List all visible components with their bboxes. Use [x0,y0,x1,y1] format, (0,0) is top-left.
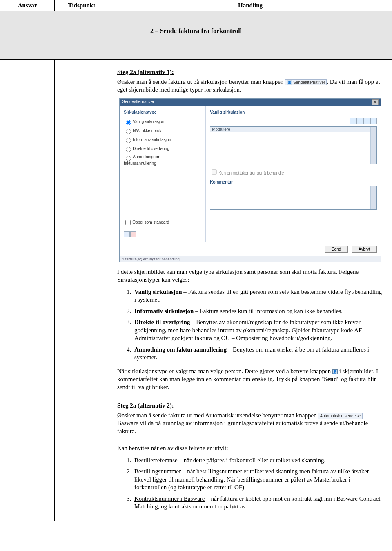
sendealternativer-dialog: Sendealternativer ✕ Sirkulasjonstype Van… [119,98,381,262]
radio-direkte[interactable]: Direkte til overføring [124,146,201,152]
list-item: Direkte til overføring – Benyttes av øko… [133,318,384,343]
close-icon[interactable]: ✕ [372,99,379,105]
delete-icon[interactable] [130,231,136,237]
radio-anmodning[interactable]: Anmodning omfakturaannullering [124,155,201,166]
tool-icon[interactable] [370,118,377,124]
list-item: Informativ sirkulasjon – Faktura sendes … [133,307,384,316]
sirkulasjon-intro: I dette skjermbildet kan man velge type … [117,268,384,284]
col-header-ansvar: Ansvar [0,0,55,11]
col-header-handling: Handling [109,0,392,11]
step-2a2-para1: Ønsker man å sende faktura ut med Automa… [117,412,384,436]
tool-icon[interactable] [363,118,370,124]
step-2a1-para1: Ønsker man å sende faktura ut på sirkula… [117,78,384,94]
col-header-tidspunkt: Tidspunkt [55,0,109,11]
scrollbar[interactable] [370,186,376,209]
tool-icon[interactable] [356,118,363,124]
send-button[interactable]: Send [325,246,348,253]
kommentar-textarea[interactable] [210,186,377,210]
felter-list: Bestillerreferanse – når dette påføres i… [117,457,384,511]
list-item: Bestillerreferanse – når dette påføres i… [133,457,384,465]
step-2a2-heading: Steg 2a (alternativ 2): [117,402,384,410]
avbryt-button[interactable]: Avbryt [352,246,377,253]
mottakere-listbox[interactable]: Mottakere [210,126,377,164]
user-icon: 👤 [287,80,292,85]
kommentar-label: Kommentar [210,180,377,184]
radio-informativ[interactable]: Informativ sirkulasjon [124,137,201,143]
sirkulasjonstyper-list: Vanlig sirkulasjon – Faktura sendes til … [117,288,384,362]
velg-person-para: Når sirkulasjonstype er valgt må man vel… [117,367,384,392]
step-2a1-text-a: Ønsker man å sende faktura ut på sirkula… [117,78,283,85]
ansvar-cell [0,60,55,521]
list-item: Bestillingsnummer – når bestillingsnumme… [133,468,384,492]
kan-benyttes-intro: Kan benyttes når en av disse feltene er … [117,444,384,452]
person-picker-icon[interactable]: 👤 [332,369,338,374]
sendealternativer-button[interactable]: 👤 Sendealternativer [285,79,327,86]
dialog-title-text: Sendealternativer [122,99,154,105]
scrollbar[interactable] [370,127,376,164]
sendealternativer-label: Sendealternativer [293,80,325,85]
dialog-iconbar [210,118,377,125]
dialog-titlebar: Sendealternativer ✕ [120,99,381,106]
dialog-smallicons [124,231,201,238]
radio-vanlig[interactable]: Vanlig sirkulasjon [124,119,201,125]
sirkulasjonstype-header: Sirkulasjonstype [124,110,201,114]
vanlig-sirkulasjon-header: Vanlig sirkulasjon [210,110,377,114]
step-2a1-heading: Steg 2a (alternativ 1): [117,68,384,76]
dialog-left-pane: Sirkulasjonstype Vanlig sirkulasjon N/A … [120,106,206,242]
tidspunkt-cell [55,60,109,521]
list-item: Vanlig sirkulasjon – Faktura sendes til … [133,288,384,304]
document-table: Ansvar Tidspunkt Handling 2 – Sende fakt… [0,0,392,521]
radio-na[interactable]: N/A - ikke i bruk [124,128,201,134]
dialog-statusbar: 1 faktura(er) er valgt for behandling [120,256,381,262]
dialog-right-pane: Vanlig sirkulasjon Mottakere Kun en mott… [206,106,381,242]
checkbox-standard[interactable]: Oppgi som standard [124,219,201,226]
info-icon[interactable] [124,231,130,237]
handling-cell: Steg 2a (alternativ 1): Ønsker man å sen… [109,60,392,521]
list-item: Kontraktsnummer i Basware – når faktura … [133,495,384,511]
section-title: 2 – Sende faktura fra forkontroll [0,11,392,60]
checkbox-kun-en[interactable]: Kun en mottaker trenger å behandle [210,168,377,176]
automatisk-utsendelse-button[interactable]: Automatisk utsendelse [318,413,363,419]
mottakere-header: Mottakere [210,127,376,132]
tool-icon[interactable] [350,118,356,124]
list-item: Anmodning om fakturaannullering – Benytt… [133,346,384,362]
